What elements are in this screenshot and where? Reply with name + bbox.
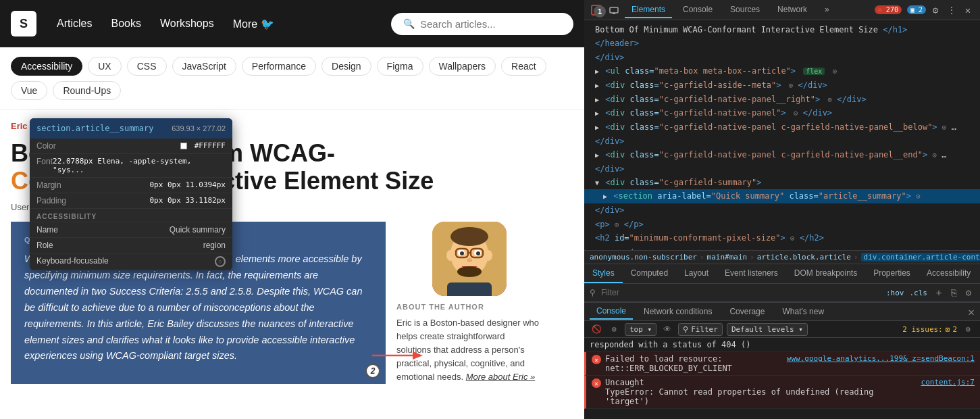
devtools-console-bar: Console Network conditions Coverage What… bbox=[584, 302, 980, 321]
settings-icon[interactable]: ⚙ bbox=[929, 3, 942, 17]
filter-plus-btn[interactable]: + bbox=[933, 287, 945, 299]
nav-links: Articles Books Workshops More 🐦 bbox=[50, 14, 281, 34]
about-author-label: ABOUT THE AUTHOR bbox=[396, 303, 542, 311]
cat-design[interactable]: Design bbox=[321, 57, 371, 76]
flex-chip: flex bbox=[803, 68, 825, 75]
devtools-more-controls: ⊗ 270 ▣ 2 ⚙ ⋮ ✕ bbox=[872, 3, 975, 17]
cat-javascript[interactable]: JavaScript bbox=[172, 57, 236, 76]
styles-tab-computed[interactable]: Computed bbox=[623, 264, 676, 283]
filter-settings-btn[interactable]: ⚙ bbox=[962, 287, 975, 299]
dom-tree[interactable]: Bottom Of Minimum WCAG-Conformant Intera… bbox=[584, 20, 980, 250]
console-tab-whats-new[interactable]: What's new bbox=[775, 304, 831, 319]
tooltip-acc-role-label: Role bbox=[36, 241, 53, 250]
console-tab-coverage[interactable]: Coverage bbox=[723, 304, 771, 319]
console-msg-error-1: ✕ Failed to load resource: net::ERR_BLOC… bbox=[584, 352, 980, 376]
console-close-button[interactable]: ✕ bbox=[968, 305, 975, 318]
cat-css[interactable]: CSS bbox=[127, 57, 167, 76]
tooltip-acc-name-row: Name Quick summary bbox=[30, 222, 232, 238]
search-bar[interactable]: 🔍 bbox=[391, 13, 573, 35]
styles-tab-properties[interactable]: Properties bbox=[865, 264, 919, 283]
styles-tab-styles[interactable]: Styles bbox=[584, 264, 623, 283]
svg-point-15 bbox=[457, 266, 482, 277]
breadcrumb-anon[interactable]: anonymous.non-subscriber bbox=[590, 253, 697, 262]
tooltip-padding-row: Padding 0px 0px 33.1182px bbox=[30, 193, 232, 209]
devtools-menu-icon[interactable]: ⋮ bbox=[945, 3, 958, 17]
styles-filter-input[interactable] bbox=[601, 288, 881, 297]
site-logo[interactable]: S bbox=[11, 11, 36, 36]
dom-line: ▶ <ul class="meta-box meta-box--article"… bbox=[584, 64, 980, 78]
device-toggle-icon[interactable] bbox=[607, 3, 621, 17]
tooltip-font-row: Font 22.0788px Elena, -apple-system, "sy… bbox=[30, 154, 232, 178]
breadcrumb-main[interactable]: main#main bbox=[707, 253, 748, 262]
styles-tab-accessibility[interactable]: Accessibility bbox=[919, 264, 979, 283]
tooltip-acc-keyboard-icon: ○ bbox=[215, 256, 226, 267]
svg-point-14 bbox=[467, 258, 472, 262]
warning-badge: ▣ 2 bbox=[907, 5, 926, 14]
console-toolbar: 🚫 ⚙ top ▾ 👁 ⚲ Filter Default levels ▾ 2 … bbox=[584, 321, 980, 338]
nav-more[interactable]: More 🐦 bbox=[226, 14, 281, 34]
nav-books[interactable]: Books bbox=[104, 14, 147, 34]
search-input[interactable] bbox=[420, 18, 561, 30]
dom-line: ▶ <div class="c-garfield-native-panel"> … bbox=[584, 106, 980, 120]
filter-pseudo-cls[interactable]: .cls bbox=[910, 289, 928, 297]
dom-line: <h2 id="minimum-conformant-pixel-size"> … bbox=[584, 231, 980, 245]
twitter-bird-icon: 🐦 bbox=[261, 18, 274, 30]
cat-react[interactable]: React bbox=[501, 57, 546, 76]
cat-figma[interactable]: Figma bbox=[377, 57, 423, 76]
tooltip-selector: section.article__summary bbox=[36, 124, 153, 133]
dom-line: <p> ⊙ </p> bbox=[584, 245, 980, 250]
devtools-tab-more[interactable]: » bbox=[818, 2, 836, 18]
cat-round-ups[interactable]: Round-Ups bbox=[53, 81, 121, 100]
dom-line: </div> bbox=[584, 162, 980, 176]
dom-line: </header> bbox=[584, 36, 980, 50]
svg-point-9 bbox=[460, 251, 464, 255]
svg-rect-19 bbox=[610, 7, 618, 13]
devtools-tab-network[interactable]: Network bbox=[771, 2, 814, 18]
breadcrumb-current[interactable]: div.container.article-container bbox=[861, 253, 980, 262]
website-panel: S Articles Books Workshops More 🐦 🔍 Acce… bbox=[0, 0, 584, 419]
devtools-tab-sources[interactable]: Sources bbox=[723, 2, 767, 18]
devtools-tab-console[interactable]: Console bbox=[676, 2, 719, 18]
console-error-link-1[interactable]: www.google-analytics...199& z=sendBeacon… bbox=[787, 354, 975, 363]
devtools-breadcrumb: anonymous.non-subscriber › main#main › a… bbox=[584, 250, 980, 264]
dom-line-selected[interactable]: ▶ <section aria-label="Quick summary" cl… bbox=[584, 189, 980, 203]
devtools-close-icon[interactable]: ✕ bbox=[961, 3, 975, 17]
nav-articles[interactable]: Articles bbox=[50, 14, 99, 34]
tooltip-font-label: Font bbox=[36, 157, 53, 174]
nav-workshops[interactable]: Workshops bbox=[153, 14, 221, 34]
console-top-select[interactable]: top ▾ bbox=[625, 323, 656, 336]
cat-ux[interactable]: UX bbox=[88, 57, 121, 76]
dom-line: ▼ <div class="c-garfield-summary"> bbox=[584, 176, 980, 189]
cat-wallpapers[interactable]: Wallpapers bbox=[429, 57, 496, 76]
filter-copy-btn[interactable]: ⎘ bbox=[948, 287, 960, 299]
console-clear-icon[interactable]: 🚫 bbox=[590, 322, 603, 336]
svg-rect-16 bbox=[447, 282, 492, 296]
cat-accessibility[interactable]: Accessibility bbox=[11, 57, 82, 76]
styles-tab-event-listeners[interactable]: Event listeners bbox=[717, 264, 786, 283]
tooltip-color-value: #FFFFFF bbox=[180, 141, 226, 151]
tooltip-accessibility-section: ACCESSIBILITY bbox=[30, 209, 232, 222]
cat-performance[interactable]: Performance bbox=[242, 57, 316, 76]
console-filter-input[interactable]: ⚲ Filter bbox=[678, 323, 723, 336]
console-error-link-2[interactable]: content.js:7 bbox=[921, 378, 975, 387]
console-settings-icon[interactable]: ⚙ bbox=[607, 322, 621, 336]
nav-bar: S Articles Books Workshops More 🐦 🔍 bbox=[0, 0, 584, 47]
styles-tab-dom-breakpoints[interactable]: DOM breakpoints bbox=[786, 264, 865, 283]
console-tab-console[interactable]: Console bbox=[590, 303, 633, 320]
console-gear-icon[interactable]: ⚙ bbox=[961, 322, 975, 336]
svg-point-5 bbox=[446, 250, 455, 261]
filter-pseudo-hov[interactable]: :hov bbox=[886, 289, 904, 297]
cat-vue[interactable]: Vue bbox=[11, 81, 47, 100]
tooltip-margin-label: Margin bbox=[36, 180, 61, 190]
dom-line: ▶ <div class="c-garfield-native-panel c-… bbox=[584, 148, 980, 162]
more-about-link[interactable]: More about Eric » bbox=[466, 372, 536, 382]
tooltip-header: section.article__summary 639.93 × 277.02 bbox=[30, 118, 232, 139]
devtools-tab-elements[interactable]: Elements bbox=[625, 2, 672, 18]
console-levels-select[interactable]: Default levels ▾ bbox=[727, 323, 808, 336]
console-tab-network-conditions[interactable]: Network conditions bbox=[637, 304, 719, 319]
breadcrumb-article[interactable]: article.block.article bbox=[757, 253, 851, 262]
tooltip-acc-name-label: Name bbox=[36, 225, 58, 235]
console-eye-icon[interactable]: 👁 bbox=[661, 322, 674, 336]
dom-line: <p> ⊙ </p> bbox=[584, 218, 980, 232]
styles-tab-layout[interactable]: Layout bbox=[676, 264, 717, 283]
